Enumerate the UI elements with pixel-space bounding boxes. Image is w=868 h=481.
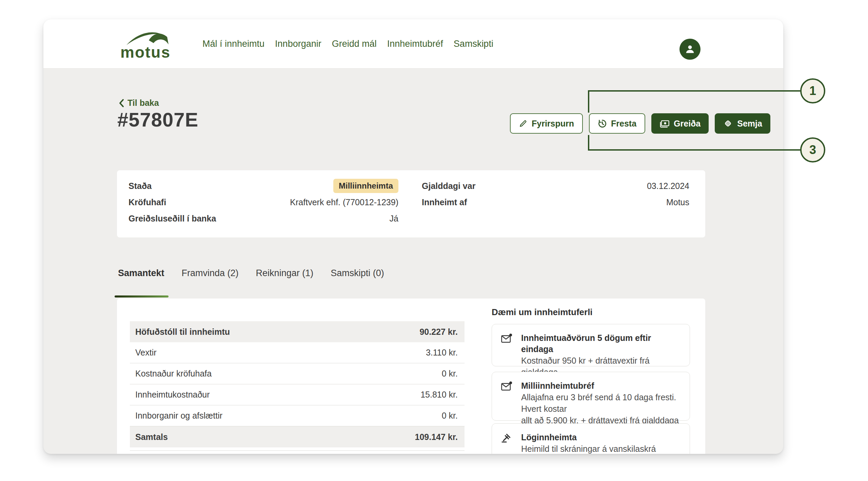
tab-label: Reikningar (1) [256,268,314,278]
pencil-icon [519,119,528,128]
callout-1-number: 1 [809,84,816,98]
user-avatar-button[interactable] [679,39,701,60]
back-link[interactable]: Til baka [119,98,159,108]
handshake-icon [723,118,733,129]
info-label: Innheimt af [422,197,467,207]
process-card-innheimtuadvorun: Innheimtuaðvörun 5 dögum eftir eindaga K… [492,324,690,366]
fresta-button[interactable]: Fresta [589,113,645,134]
semja-label: Semja [737,119,762,129]
greida-button[interactable]: Greiða [651,113,709,134]
table-row: Vextir 3.110 kr. [130,342,465,363]
info-column-left: Staða Milliinnheimta Kröfuhafi Kraftverk… [129,178,398,227]
info-value: Motus [666,197,689,207]
nav-mal-i-innheimtu[interactable]: Mál í innheimtu [202,39,264,49]
header: motus Mál í innheimtu Innborganir Greidd… [43,19,783,69]
row-label: Innborganir og afslættir [135,411,222,421]
fyrirspurn-button[interactable]: Fyrirspurn [510,113,583,134]
info-value: Já [390,214,398,224]
row-value: 109.147 kr. [415,432,458,442]
callout-1-connector-horizontal [588,90,801,92]
table-row: Innheimtukostnaður 15.810 kr. [130,384,465,405]
callout-3: 3 [800,137,825,162]
nav-innheimtubref[interactable]: Innheimtubréf [387,39,443,49]
chevron-left-icon [119,99,124,108]
case-info-card: Staða Milliinnheimta Kröfuhafi Kraftverk… [117,170,705,237]
row-label: Innheimtukostnaður [135,390,210,400]
banknote-icon [659,119,670,128]
row-label: Vextir [135,348,157,358]
tab-label: Samantekt [118,268,164,278]
tab-reikningar[interactable]: Reikningar (1) [256,268,314,281]
process-card-body: Heimild til skráningar á vanskilaskrá Cr… [521,443,682,454]
table-row: Kostnaður kröfuhafa 0 kr. [130,363,465,384]
table-row: Innborganir og afslættir 0 kr. [130,405,465,426]
back-label: Til baka [127,98,159,108]
info-row-greidslusedill: Greiðsluseðill í banka Já [129,210,398,227]
status-badge: Milliinnheimta [333,179,398,193]
main-nav: Mál í innheimtu Innborganir Greidd mál I… [202,19,493,69]
action-buttons: Fyrirspurn Fresta Greiða [510,113,770,134]
callout-3-number: 3 [809,143,816,157]
greida-label: Greiða [674,119,701,129]
info-column-right: Gjalddagi var 03.12.2024 Innheimt af Mot… [422,178,689,210]
row-label: Samtals [135,432,168,442]
mail-alert-icon [501,381,512,392]
summary-panel: Höfuðstóll til innheimtu 90.227 kr. Vext… [117,299,705,454]
process-card-loginnheimta: Löginnheimta Heimild til skráningar á va… [492,423,690,454]
process-card-title: Innheimtuaðvörun 5 dögum eftir eindaga [521,332,682,355]
semja-button[interactable]: Semja [715,113,770,134]
nav-greidd-mal[interactable]: Greidd mál [332,39,377,49]
page-title: #57807E [117,108,198,131]
info-row-stada: Staða Milliinnheimta [129,178,398,194]
process-card-body: Allajafna eru 3 bréf send á 10 daga fres… [521,391,682,415]
process-card-milliinnheimtubref: Milliinnheimtubréf Allajafna eru 3 bréf … [492,372,690,421]
info-label: Greiðsluseðill í banka [129,214,216,224]
fyrirspurn-label: Fyrirspurn [532,119,574,129]
info-row-gjalddagi: Gjalddagi var 03.12.2024 [422,178,689,194]
info-row-innheimt-af: Innheimt af Motus [422,194,689,210]
row-label: Höfuðstóll til innheimtu [135,327,230,337]
process-card-title: Löginnheimta [521,432,682,443]
callout-3-connector-horizontal [588,149,801,151]
callout-3-connector-vertical [588,135,589,151]
tab-samskipti[interactable]: Samskipti (0) [331,268,384,281]
row-label: Kostnaður kröfuhafa [135,369,212,379]
tab-bar: Samantekt Framvinda (2) Reikningar (1) S… [118,268,384,281]
row-value: 90.227 kr. [419,327,458,337]
nav-innborganir[interactable]: Innborganir [275,39,321,49]
process-card-title: Milliinnheimtubréf [521,380,682,391]
gavel-icon [501,432,512,443]
info-label: Staða [129,181,152,191]
info-label: Kröfuhafi [129,197,166,207]
info-value: 03.12.2024 [647,181,689,191]
table-row-total: Samtals 109.147 kr. [130,426,465,447]
tab-samantekt[interactable]: Samantekt [118,268,164,281]
row-value: 3.110 kr. [426,348,458,358]
row-value: 15.810 kr. [420,390,458,400]
history-clock-icon [598,119,607,128]
nav-samskipti[interactable]: Samskipti [454,39,493,49]
tab-label: Framvinda (2) [182,268,239,278]
tab-label: Samskipti (0) [331,268,384,278]
callout-1-connector-vertical [588,90,589,113]
app-window: motus Mál í innheimtu Innborganir Greidd… [43,19,783,454]
info-row-krofuhafi: Kröfuhafi Kraftverk ehf. (770012-1239) [129,194,398,210]
logo-wordmark: motus [120,43,171,61]
table-row: Höfuðstóll til innheimtu 90.227 kr. [130,321,465,342]
row-value: 0 kr. [442,369,458,379]
amount-summary-table: Höfuðstóll til innheimtu 90.227 kr. Vext… [130,321,465,451]
info-label: Gjalddagi var [422,181,475,191]
info-value: Kraftverk ehf. (770012-1239) [290,197,398,207]
tab-framvinda[interactable]: Framvinda (2) [182,268,239,281]
person-icon [684,43,696,55]
active-tab-underline [115,295,169,297]
motus-logo[interactable]: motus [120,30,175,62]
row-value: 0 kr. [442,411,458,421]
fresta-label: Fresta [611,119,636,129]
process-panel-title: Dæmi um innheimtuferli [492,307,593,318]
callout-1: 1 [800,78,825,103]
mail-alert-icon [501,333,512,344]
